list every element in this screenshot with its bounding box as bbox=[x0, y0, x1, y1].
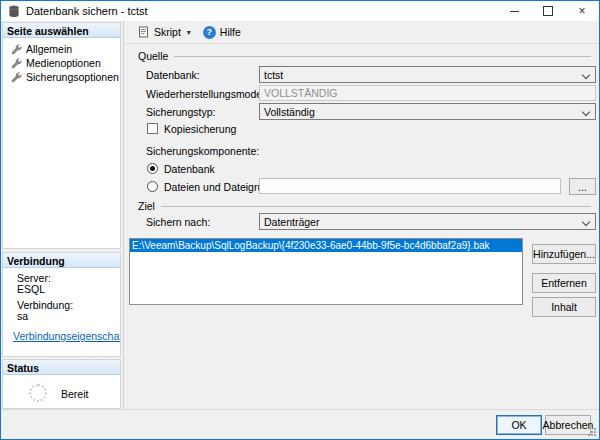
backup-component-label: Sicherungskomponente: bbox=[146, 145, 259, 157]
radio-database[interactable] bbox=[147, 163, 158, 174]
sidebar-item-medienoptionen[interactable]: Medienoptionen bbox=[3, 56, 120, 70]
sidebar-item-sicherungsoptionen[interactable]: Sicherungsoptionen bbox=[3, 70, 120, 84]
backup-type-combo[interactable]: Vollständig bbox=[259, 103, 596, 120]
backup-to-combo[interactable]: Datenträger bbox=[259, 213, 596, 230]
status-panel: Status Bereit bbox=[2, 359, 121, 409]
backup-to-label: Sichern nach: bbox=[146, 216, 210, 228]
chevron-down-icon bbox=[582, 108, 590, 116]
sidebar-item-label: Medienoptionen bbox=[26, 57, 101, 69]
radio-database-label: Datenbank bbox=[164, 163, 215, 175]
maximize-icon bbox=[543, 6, 553, 16]
files-filegroups-input[interactable] bbox=[259, 178, 561, 194]
connection-properties-link[interactable]: Verbindungseigenschaften an bbox=[13, 331, 120, 342]
target-group-title: Ziel bbox=[138, 200, 591, 212]
browse-button[interactable]: ... bbox=[569, 178, 596, 195]
group-rule bbox=[161, 206, 591, 207]
sidebar: Seite auswählen Allgemein Medienoptionen… bbox=[1, 21, 124, 409]
page-select-panel: Seite auswählen Allgemein Medienoptionen… bbox=[2, 22, 121, 249]
backup-database-dialog: Datenbank sichern - tctst × Seite auswäh… bbox=[0, 0, 600, 440]
resize-grip[interactable] bbox=[587, 427, 596, 436]
backup-type-label: Sicherungstyp: bbox=[146, 106, 215, 118]
group-rule bbox=[174, 56, 591, 57]
status-header: Status bbox=[3, 360, 120, 375]
chevron-down-icon bbox=[582, 71, 590, 79]
recovery-model-field: VOLLSTÄNDIG bbox=[259, 85, 596, 101]
footer: OK Abbrechen bbox=[1, 409, 599, 439]
sidebar-item-label: Sicherungsoptionen bbox=[26, 71, 119, 83]
database-label: Datenbank: bbox=[146, 69, 200, 81]
maximize-button[interactable] bbox=[531, 1, 565, 21]
add-button[interactable]: Hinzufügen... bbox=[532, 244, 596, 264]
wrench-icon bbox=[11, 72, 22, 83]
wrench-icon bbox=[11, 58, 22, 69]
page-select-header: Seite auswählen bbox=[3, 23, 120, 38]
status-value: Bereit bbox=[61, 388, 88, 400]
window-title: Datenbank sichern - tctst bbox=[26, 5, 148, 17]
wrench-icon bbox=[11, 44, 22, 55]
backup-type-value: Vollständig bbox=[264, 106, 315, 118]
close-icon: × bbox=[578, 5, 585, 17]
radio-files-filegroups[interactable] bbox=[147, 181, 158, 192]
script-icon bbox=[138, 26, 150, 38]
database-value: tctst bbox=[264, 69, 283, 81]
help-icon: ? bbox=[203, 26, 216, 39]
backup-destinations-list[interactable]: E:\Veeam\Backup\SqlLogBackup\{4f230e33-6… bbox=[129, 238, 523, 305]
ok-button[interactable]: OK bbox=[496, 415, 542, 435]
source-group-title: Quelle bbox=[138, 50, 591, 62]
chevron-down-icon: ▾ bbox=[187, 28, 191, 37]
sidebar-item-label: Allgemein bbox=[26, 43, 72, 55]
backup-path-item[interactable]: E:\Veeam\Backup\SqlLogBackup\{4f230e33-6… bbox=[130, 239, 522, 252]
remove-button[interactable]: Entfernen bbox=[532, 273, 596, 293]
progress-spinner-icon bbox=[29, 384, 47, 402]
script-button[interactable]: Skript ▾ bbox=[133, 24, 196, 40]
toolbar: Skript ▾ ? Hilfe bbox=[124, 21, 599, 44]
minimize-icon bbox=[510, 11, 519, 12]
database-icon bbox=[8, 5, 20, 18]
connection-value: sa bbox=[17, 311, 120, 322]
chevron-down-icon bbox=[582, 218, 590, 226]
connection-header: Verbindung bbox=[3, 253, 120, 268]
backup-to-value: Datenträger bbox=[264, 216, 319, 228]
connection-label: Verbindung: bbox=[17, 300, 120, 311]
script-label: Skript bbox=[154, 26, 181, 38]
recovery-model-value: VOLLSTÄNDIG bbox=[264, 87, 338, 99]
close-button[interactable]: × bbox=[565, 1, 599, 21]
connection-panel: Verbindung Server: ESQL Verbindung: sa V… bbox=[2, 252, 121, 357]
recovery-model-label: Wiederherstellungsmodell: bbox=[146, 88, 270, 100]
titlebar: Datenbank sichern - tctst × bbox=[1, 1, 599, 21]
window-controls: × bbox=[497, 1, 599, 21]
copy-only-checkbox[interactable] bbox=[147, 123, 158, 134]
minimize-button[interactable] bbox=[497, 1, 531, 21]
help-button[interactable]: ? Hilfe bbox=[198, 24, 246, 41]
sidebar-item-allgemein[interactable]: Allgemein bbox=[3, 42, 120, 56]
cancel-button[interactable]: Abbrechen bbox=[545, 415, 591, 435]
database-combo[interactable]: tctst bbox=[259, 66, 596, 83]
server-value: ESQL bbox=[17, 284, 120, 295]
help-label: Hilfe bbox=[220, 26, 241, 38]
copy-only-label: Kopiesicherung bbox=[164, 123, 236, 135]
contents-button[interactable]: Inhalt bbox=[532, 297, 596, 317]
